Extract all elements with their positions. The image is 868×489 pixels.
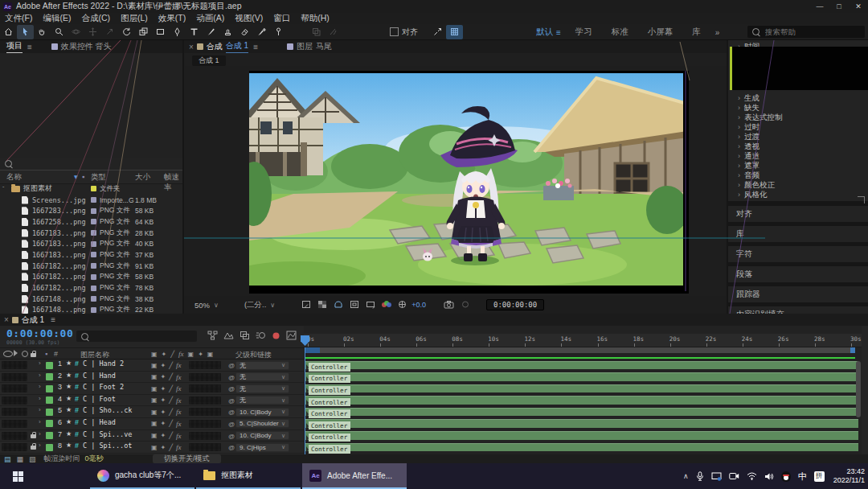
file-label-chip[interactable] — [91, 274, 96, 280]
layer-row[interactable]: › 2 ★ # C | Hand ▣✦╱fx @ 无 ∨ — [0, 372, 304, 384]
layer-label-chip[interactable] — [46, 409, 53, 416]
layer-name[interactable]: C | Spi...ve — [83, 430, 132, 438]
parent-dropdown[interactable]: 5. C|Shoulder ∨ — [235, 419, 289, 428]
timeline-tab[interactable]: 合成 1 — [22, 314, 44, 326]
wifi-icon[interactable] — [747, 472, 757, 480]
layer-duration-bar[interactable]: Controller — [305, 431, 858, 440]
pickwhip-icon[interactable]: @ — [228, 444, 235, 451]
tab-effect-controls[interactable]: 效果控件 背头 — [61, 41, 112, 52]
pan-behind-tool-icon[interactable] — [135, 25, 152, 39]
shape-tool-icon[interactable] — [152, 25, 169, 39]
qq-icon[interactable] — [781, 471, 791, 482]
graph-toggle-icon[interactable]: ▦ — [17, 455, 24, 463]
layer-name[interactable]: C | Head — [83, 418, 116, 426]
folder-label-chip[interactable] — [91, 186, 96, 191]
expand-layer-icon[interactable]: › — [39, 430, 41, 438]
project-file-row[interactable]: 1667183...png PNG 文件 37 KB — [0, 249, 182, 261]
effect-category[interactable]: › 风格化 — [728, 190, 868, 199]
file-label-chip[interactable] — [91, 286, 96, 291]
column-size[interactable]: 大小 — [135, 172, 150, 183]
effect-category[interactable]: › 表达式控制 — [728, 113, 868, 122]
expand-layer-icon[interactable]: › — [39, 383, 41, 390]
workspace-overflow-icon[interactable]: » — [710, 28, 725, 37]
snap-checkbox[interactable] — [390, 27, 399, 36]
layer-switches[interactable]: ▣✦╱fx — [151, 430, 182, 442]
current-timecode[interactable]: 0:00:00:00 — [6, 327, 73, 339]
solo-icon[interactable] — [22, 351, 28, 357]
taskbar-app-gacha[interactable]: gacha club等7个... — [90, 463, 194, 489]
file-label-chip[interactable] — [91, 296, 96, 302]
rotate-tool-icon[interactable] — [118, 25, 135, 39]
layer-duration-bar[interactable]: Controller — [305, 396, 858, 405]
puppet-pin-tool-icon[interactable] — [270, 25, 287, 39]
project-file-row[interactable]: 1667182...png PNG 文件 78 KB — [0, 282, 182, 294]
layer-duration-bar[interactable]: Controller — [305, 408, 858, 417]
menu-item[interactable]: 图层(L) — [121, 13, 148, 24]
expand-cursor-icon[interactable] — [429, 25, 446, 39]
panel-libraries[interactable]: 库 — [728, 226, 868, 242]
draft-3d-icon[interactable] — [223, 331, 234, 342]
layer-switches[interactable]: ▣✦╱fx — [151, 418, 182, 429]
eraser-tool-icon[interactable] — [236, 25, 253, 39]
pickwhip-icon[interactable]: @ — [228, 385, 235, 392]
motion-blur-icon[interactable] — [256, 331, 266, 342]
menu-item[interactable]: 窗口 — [273, 13, 290, 24]
layer-row[interactable]: › 8 ★ # C | Spi...ot ▣✦╱fx @ 9. C|Hips ∨ — [0, 442, 304, 454]
layer-switches[interactable]: ▣✦╱fx — [151, 372, 182, 383]
close-tab-icon[interactable]: × — [189, 43, 194, 51]
lock-icon[interactable] — [31, 446, 36, 450]
layer-label-chip[interactable] — [46, 420, 53, 427]
workspace-tab[interactable]: 小屏幕 — [638, 27, 683, 38]
text-tool-icon[interactable] — [186, 25, 203, 39]
pickwhip-icon[interactable]: @ — [228, 409, 235, 416]
file-label-chip[interactable] — [91, 241, 96, 247]
hand-tool-icon[interactable] — [34, 25, 51, 39]
project-file-row[interactable]: 1667148...png PNG 文件 38 KB — [0, 294, 182, 305]
label-column-icon[interactable]: ▪ — [82, 172, 84, 181]
layer-name[interactable]: C | Spi...ot — [83, 442, 132, 450]
menu-item[interactable]: 效果(T) — [158, 13, 186, 24]
help-search-input[interactable] — [764, 27, 855, 37]
expand-layer-icon[interactable]: › — [39, 418, 41, 425]
effect-category[interactable]: › 音频 — [728, 171, 868, 180]
layer-duration-bar[interactable]: Controller — [305, 372, 858, 381]
magnification-dropdown[interactable]: 50%∨ — [189, 301, 224, 310]
start-button[interactable] — [0, 463, 35, 489]
project-file-row[interactable]: 1667182...png PNG 文件 91 KB — [0, 261, 182, 272]
time-ruler[interactable]: 0s02s04s06s08s10s12s14s16s18s20s22s24s26… — [304, 334, 862, 347]
exposure-value[interactable]: +0.0 — [411, 301, 426, 309]
layer-label-chip[interactable] — [46, 373, 53, 380]
panel-resize-icon[interactable] — [858, 196, 865, 203]
shy-icon[interactable]: ▣ — [151, 351, 158, 358]
file-label-chip[interactable] — [91, 219, 96, 224]
roto-brush-tool-icon[interactable] — [253, 25, 270, 39]
frame-blend-icon[interactable] — [240, 331, 250, 342]
layer-switches[interactable]: ▣✦╱fx — [151, 406, 182, 417]
parent-dropdown[interactable]: 10. C|Body ∨ — [235, 431, 289, 440]
panel-menu-icon[interactable]: ≡ — [27, 43, 32, 51]
file-label-chip[interactable] — [91, 307, 96, 313]
expand-layer-icon[interactable]: › — [39, 406, 41, 413]
layer-row[interactable]: › 3 ★ # C | Foot 2 ▣✦╱fx @ 无 ∨ — [0, 383, 304, 395]
file-label-chip[interactable] — [91, 230, 96, 236]
mask-visibility-icon[interactable] — [334, 300, 343, 310]
layer-name[interactable]: C | Hand — [83, 372, 116, 380]
parent-dropdown[interactable]: 10. C|Body ∨ — [235, 408, 289, 417]
pen-tool-icon[interactable] — [169, 25, 186, 39]
workspace-menu-icon[interactable]: ≡ — [556, 28, 566, 37]
zoom-tool-icon[interactable] — [51, 25, 68, 39]
menu-item[interactable]: 动画(A) — [196, 13, 224, 24]
eye-icon[interactable] — [3, 351, 13, 357]
channel-icon[interactable] — [382, 301, 391, 309]
timeline-scrollbar[interactable] — [856, 361, 861, 417]
layer-duration-bar[interactable]: Controller — [305, 384, 858, 393]
brush-tool-icon[interactable] — [203, 25, 219, 39]
parent-dropdown[interactable]: 无 ∨ — [235, 361, 289, 370]
ime-language-indicator[interactable]: 中 — [798, 471, 807, 483]
effect-category[interactable]: › 过时 — [728, 122, 868, 132]
home-tool-icon[interactable] — [0, 25, 17, 39]
expand-layer-icon[interactable]: › — [39, 360, 41, 367]
project-file-row[interactable]: Screens...jpg Importe...G 1.8 MB — [0, 195, 182, 206]
menu-item[interactable]: 编辑(E) — [43, 13, 71, 24]
layer-name[interactable]: C | Sho...ck — [83, 406, 132, 414]
